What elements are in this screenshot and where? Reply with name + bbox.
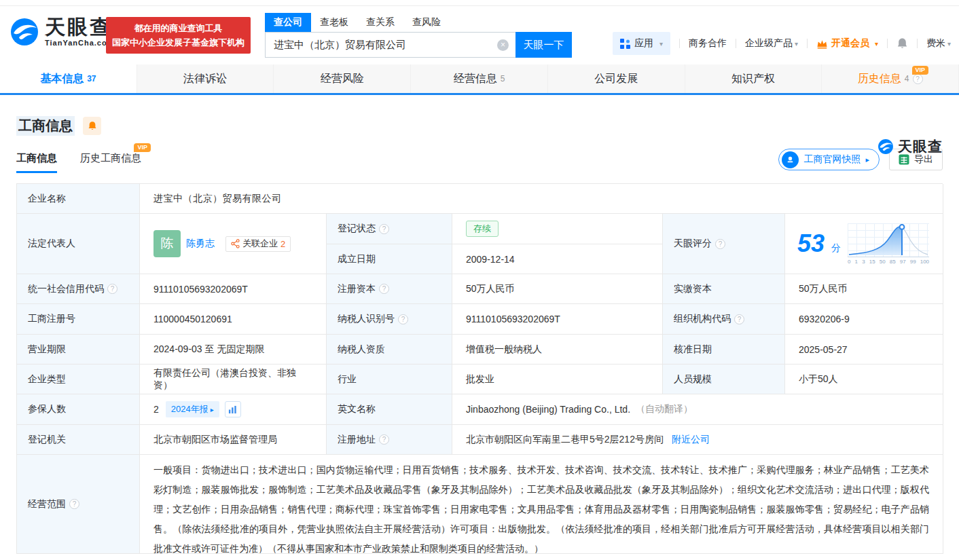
business-cooperation-link[interactable]: 商务合作 xyxy=(689,37,727,50)
legal-rep-value: 陈 陈勇志 关联企业 2 xyxy=(140,214,327,274)
arrow-right-icon: ▸ xyxy=(211,406,214,413)
field-label: 登记状态 ? xyxy=(327,214,452,244)
subtab-history-business-info[interactable]: 历史工商信息 VIP xyxy=(80,152,141,173)
section-title: 工商信息 xyxy=(16,116,75,136)
tab-label: 基本信息 xyxy=(40,72,84,86)
search-input[interactable] xyxy=(266,33,515,57)
open-vip-label: 开通会员 xyxy=(831,37,869,50)
help-icon[interactable]: ? xyxy=(379,434,389,445)
annual-report-badge[interactable]: 2024年报 ▸ xyxy=(166,401,219,417)
open-vip-menu[interactable]: 开通会员 ▾ xyxy=(816,37,878,50)
registration-authority-value: 北京市朝阳区市场监督管理局 xyxy=(140,425,327,455)
score-unit: 分 xyxy=(831,242,841,255)
tab-operating-info[interactable]: 经营信息 5 xyxy=(411,64,548,93)
slogan-line1: 都在用的商业查询工具 xyxy=(112,21,245,35)
field-value: 2024-09-03 至 无固定期限 xyxy=(140,335,327,365)
tianyancha-eye-icon xyxy=(877,138,894,155)
chevron-down-icon: ▾ xyxy=(795,40,798,48)
subtab-label: 历史工商信息 xyxy=(80,152,141,164)
tianyancha-logo[interactable]: 天眼查 TianYanCha.com xyxy=(10,17,114,47)
search-box: × xyxy=(265,32,515,58)
field-label: 参保人数 xyxy=(17,394,140,425)
user-menu[interactable]: 费米 ▾ xyxy=(926,37,951,50)
brand-name: 天眼查 xyxy=(45,17,114,37)
score-distribution-chart: 0131550859799100 xyxy=(848,223,929,265)
official-snapshot-button[interactable]: 工商官网快照 ▸ xyxy=(778,149,880,170)
nearby-companies-link[interactable]: 附近公司 xyxy=(672,434,710,446)
search-tab-risk[interactable]: 查风险 xyxy=(403,13,450,32)
field-value: 50万人民币 xyxy=(785,274,943,304)
enterprise-products-label: 企业级产品 xyxy=(745,37,793,50)
chevron-down-icon: ▾ xyxy=(947,40,951,48)
tab-basic-info[interactable]: 基本信息 37 xyxy=(0,64,137,93)
insured-trend-chart-button[interactable] xyxy=(225,401,241,417)
tianyancha-watermark: 天眼查 xyxy=(877,137,943,156)
field-label: 英文名称 xyxy=(327,394,452,425)
score-number: 53 xyxy=(797,229,825,258)
page-top-strip xyxy=(0,0,959,6)
search-tab-company[interactable]: 查公司 xyxy=(265,13,311,32)
help-icon[interactable]: ? xyxy=(734,314,744,324)
help-icon[interactable]: ? xyxy=(69,499,79,509)
field-value: 2025-05-27 xyxy=(785,335,943,365)
legal-rep-link[interactable]: 陈勇志 xyxy=(186,238,215,250)
menu-divider xyxy=(887,39,888,48)
tab-operating-risk[interactable]: 经营风险 xyxy=(274,64,411,93)
clear-search-icon[interactable]: × xyxy=(497,39,509,51)
notification-bell-icon[interactable] xyxy=(897,37,908,50)
crown-icon xyxy=(816,39,828,49)
avatar[interactable]: 陈 xyxy=(153,230,181,257)
related-companies-count: 2 xyxy=(281,239,285,249)
subscribe-bell-button[interactable] xyxy=(83,117,101,135)
related-companies-button[interactable]: 关联企业 2 xyxy=(225,236,291,252)
tab-history-info[interactable]: VIP 历史信息 4 ? xyxy=(822,64,959,93)
tab-label: 历史信息 xyxy=(858,72,901,86)
snapshot-label: 工商官网快照 xyxy=(803,153,861,166)
field-label: 企业类型 xyxy=(17,365,140,394)
field-value: 91110105693202069T xyxy=(140,274,327,304)
watermark-text: 天眼查 xyxy=(898,137,943,156)
registered-address-value: 北京市朝阳区向军南里二巷甲5号2层212号房间 附近公司 xyxy=(452,425,943,455)
field-value: 69320206-9 xyxy=(785,304,943,335)
field-label: 注册地址? xyxy=(327,425,452,455)
stamp-icon xyxy=(782,151,799,168)
help-icon[interactable]: ? xyxy=(715,239,725,249)
help-icon[interactable]: ? xyxy=(107,284,117,294)
tab-intellectual-property[interactable]: 知识产权 xyxy=(685,64,822,93)
tab-label: 经营信息 xyxy=(454,72,497,86)
field-label: 实缴资本 xyxy=(663,274,785,304)
business-scope-value: 一般项目：货物进出口；技术进出口；国内货物运输代理；日用百货销售；技术服务、技术… xyxy=(140,455,943,554)
apps-menu[interactable]: 应用 ▾ xyxy=(613,32,670,55)
field-value: 有限责任公司（港澳台投资、非独资） xyxy=(140,365,327,394)
brand-domain: TianYanCha.com xyxy=(45,39,114,47)
field-value: 50万人民币 xyxy=(452,274,663,304)
field-value: 增值税一般纳税人 xyxy=(452,335,663,365)
help-icon[interactable]: ? xyxy=(379,284,389,294)
field-label: 工商注册号 xyxy=(17,304,140,335)
search-tab-boss[interactable]: 查老板 xyxy=(311,13,357,32)
search-tab-relation[interactable]: 查关系 xyxy=(357,13,403,32)
enterprise-products-menu[interactable]: 企业级产品 ▾ xyxy=(745,37,798,50)
field-label: 人员规模 xyxy=(663,365,785,394)
help-icon[interactable]: ? xyxy=(398,314,408,324)
field-label: 营业期限 xyxy=(17,335,140,365)
search-button[interactable]: 天眼一下 xyxy=(515,32,572,58)
insured-count-value: 2 2024年报 ▸ xyxy=(140,394,327,425)
related-companies-icon xyxy=(231,239,240,248)
registration-status-value: 存续 xyxy=(452,214,663,244)
tab-company-development[interactable]: 公司发展 xyxy=(548,64,685,93)
field-value: 批发业 xyxy=(452,365,663,394)
tianyan-score-value[interactable]: 53 分 xyxy=(785,214,943,274)
tab-count: 4 xyxy=(905,74,909,83)
help-icon[interactable]: ? xyxy=(379,224,389,234)
tab-label: 公司发展 xyxy=(594,72,638,86)
company-name-value: 进宝中（北京）贸易有限公司 xyxy=(140,184,943,214)
tab-legal-litigation[interactable]: 法律诉讼 xyxy=(137,64,274,93)
bell-icon xyxy=(88,121,97,131)
apps-label: 应用 xyxy=(634,37,653,50)
field-label: 纳税人资质 xyxy=(327,335,452,365)
tab-label: 知识产权 xyxy=(731,72,775,86)
help-icon[interactable]: ? xyxy=(913,74,923,84)
field-value: 110000450120691 xyxy=(140,304,327,335)
subtab-business-info[interactable]: 工商信息 xyxy=(16,152,57,173)
